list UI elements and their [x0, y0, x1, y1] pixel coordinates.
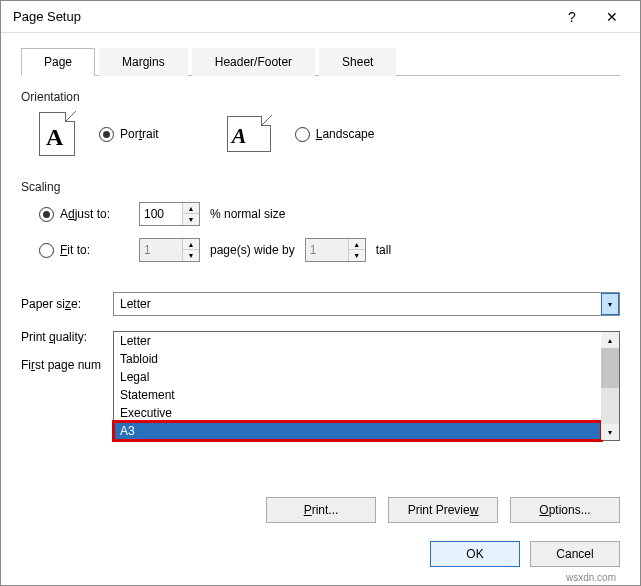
scaling-label: Scaling [21, 180, 620, 194]
portrait-radio[interactable]: Portrait [99, 127, 159, 142]
paper-size-label: Paper size: [21, 297, 113, 311]
chevron-up-icon[interactable]: ▲ [183, 203, 199, 214]
tab-margins[interactable]: Margins [99, 48, 188, 76]
fit-tall-spinner[interactable]: ▲▼ [305, 238, 366, 262]
list-item[interactable]: Tabloid [114, 350, 601, 368]
list-item-highlighted[interactable]: A3 [114, 422, 601, 440]
chevron-up-icon[interactable]: ▲ [349, 239, 365, 250]
adjust-to-suffix: % normal size [210, 207, 285, 221]
scrollbar-track[interactable] [601, 348, 619, 424]
radio-circle-icon [295, 127, 310, 142]
list-item[interactable]: Letter [114, 332, 601, 350]
close-button[interactable]: ✕ [592, 2, 632, 32]
fit-wide-spinner[interactable]: ▲▼ [139, 238, 200, 262]
scrollbar-thumb[interactable] [601, 348, 619, 388]
adjust-to-radio[interactable]: Adjust to: [39, 207, 129, 222]
paper-size-dropdown: Letter Tabloid Legal Statement Executive… [113, 331, 620, 441]
fit-tall-suffix: tall [376, 243, 391, 257]
spinner-buttons[interactable]: ▲▼ [182, 239, 199, 261]
tab-sheet[interactable]: Sheet [319, 48, 396, 76]
fit-tall-input [306, 239, 348, 261]
tab-bar: Page Margins Header/Footer Sheet [21, 47, 620, 76]
adjust-to-input[interactable] [140, 203, 182, 225]
print-preview-button[interactable]: Print Preview [388, 497, 498, 523]
chevron-down-icon[interactable]: ▼ [349, 250, 365, 261]
chevron-down-icon[interactable]: ▾ [601, 293, 619, 315]
fit-to-radio[interactable]: Fit to: [39, 243, 129, 258]
list-item[interactable]: Legal [114, 368, 601, 386]
spinner-buttons[interactable]: ▲▼ [348, 239, 365, 261]
landscape-radio[interactable]: Landscape [295, 127, 375, 142]
tab-page[interactable]: Page [21, 48, 95, 76]
paper-size-value: Letter [114, 297, 601, 311]
watermark: wsxdn.com [566, 572, 616, 583]
fit-wide-suffix: page(s) wide by [210, 243, 295, 257]
page-setup-dialog: Page Setup ? ✕ Page Margins Header/Foote… [0, 0, 641, 586]
print-button[interactable]: Print... [266, 497, 376, 523]
adjust-to-spinner[interactable]: ▲▼ [139, 202, 200, 226]
list-item[interactable]: Statement [114, 386, 601, 404]
options-button[interactable]: Options... [510, 497, 620, 523]
chevron-up-icon[interactable]: ▲ [183, 239, 199, 250]
chevron-down-icon[interactable]: ▼ [183, 250, 199, 261]
radio-circle-icon [39, 207, 54, 222]
ok-button[interactable]: OK [430, 541, 520, 567]
chevron-up-icon[interactable]: ▴ [601, 332, 619, 348]
radio-circle-icon [99, 127, 114, 142]
chevron-down-icon[interactable]: ▼ [183, 214, 199, 225]
portrait-icon: A [39, 112, 75, 156]
dialog-title: Page Setup [13, 9, 552, 24]
orientation-label: Orientation [21, 90, 620, 104]
tab-header-footer[interactable]: Header/Footer [192, 48, 315, 76]
spinner-buttons[interactable]: ▲▼ [182, 203, 199, 225]
radio-circle-icon [39, 243, 54, 258]
landscape-icon: A [227, 116, 271, 152]
fit-wide-input [140, 239, 182, 261]
print-quality-label: Print quality: [21, 330, 113, 344]
titlebar: Page Setup ? ✕ [1, 1, 640, 33]
scrollbar[interactable]: ▴ ▾ [601, 332, 619, 440]
list-item[interactable]: Executive [114, 404, 601, 422]
cancel-button[interactable]: Cancel [530, 541, 620, 567]
paper-size-combo[interactable]: Letter ▾ [113, 292, 620, 316]
chevron-down-icon[interactable]: ▾ [601, 424, 619, 440]
help-button[interactable]: ? [552, 2, 592, 32]
